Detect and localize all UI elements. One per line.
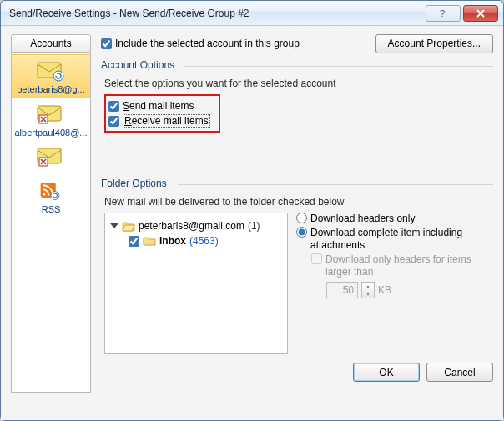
account-item-peterbaris8[interactable]: peterbaris8@g... [12,54,90,98]
receive-mail-checkbox[interactable] [108,116,119,127]
mail-refresh-icon [37,60,65,82]
checkbox-only-headers-large[interactable]: Download only headers for items larger t… [311,253,493,278]
highlight-box: Send mail items Receive mail items [104,94,220,133]
main-panel: Include the selected account in this gro… [101,34,493,382]
include-account-checkbox[interactable]: Include the selected account in this gro… [101,38,300,49]
account-item-blurred[interactable] [12,141,90,173]
size-spinner: ▲▼ KB [311,282,391,298]
tree-root-count: (1) [248,220,260,232]
account-item-albertpaul408[interactable]: albertpaul408@... [12,98,90,141]
account-label: peterbaris8@g... [17,84,85,94]
inbox-name: Inbox [159,235,186,247]
tree-root-name: peterbaris8@gmail.com [139,220,244,232]
cancel-button[interactable]: Cancel [426,363,493,382]
account-properties-button[interactable]: Account Properties... [375,34,493,53]
receive-mail-label: Receive mail items [123,114,210,128]
rss-refresh-icon [39,178,63,202]
window-title: Send/Receive Settings - New Send/Receive… [9,8,423,19]
include-label: Include the selected account in this gro… [115,38,300,49]
accounts-sidebar: Accounts peterbaris8@g... [11,34,91,393]
inbox-checkbox[interactable] [129,236,139,247]
include-account-input[interactable] [101,38,112,49]
radio-complete-input[interactable] [296,227,307,238]
send-mail-checkbox[interactable] [108,101,119,112]
size-unit: KB [378,284,391,296]
svg-point-2 [53,71,63,81]
ok-button[interactable]: OK [353,363,420,382]
tree-child-inbox[interactable]: Inbox (4563) [110,233,282,248]
mail-error-icon [37,103,65,125]
client-area: Accounts peterbaris8@g... [1,26,503,420]
only-headers-large-input[interactable] [311,253,322,264]
dialog-footer: OK Cancel [101,354,493,382]
tree-root[interactable]: peterbaris8@gmail.com (1) [110,218,282,233]
account-options-group: Account Options Select the options you w… [101,59,493,133]
mail-error-icon [37,146,65,168]
spinner-arrows[interactable]: ▲▼ [361,282,375,298]
folder-options-desc: New mail will be delivered to the folder… [104,196,493,208]
folder-icon [143,236,156,246]
account-label: RSS [42,204,61,214]
svg-point-8 [43,193,45,195]
help-button[interactable]: ? [426,5,461,22]
inbox-count: (4563) [189,235,219,247]
radio-complete[interactable]: Download complete item including attachm… [296,227,493,252]
svg-point-9 [51,192,59,200]
send-mail-label: Send mail items [123,100,194,112]
account-options-legend: Account Options [101,59,493,71]
dialog-window: Send/Receive Settings - New Send/Receive… [0,0,504,421]
size-input[interactable] [326,282,358,298]
close-button[interactable] [463,5,498,22]
folder-options-group: Folder Options New mail will be delivere… [101,178,493,354]
radio-headers-only-input[interactable] [296,213,307,223]
accounts-list: peterbaris8@g... albertpaul408@... [11,53,91,393]
folder-options-legend: Folder Options [101,178,493,189]
account-label: albertpaul408@... [14,128,87,138]
accounts-tab[interactable]: Accounts [11,34,91,53]
account-item-rss[interactable]: RSS [12,173,90,218]
expand-icon[interactable] [110,223,118,228]
download-options: Download headers only Download complete … [296,213,493,354]
folder-tree[interactable]: peterbaris8@gmail.com (1) Inbox (4563) [104,213,288,354]
radio-headers-only[interactable]: Download headers only [296,213,493,225]
titlebar[interactable]: Send/Receive Settings - New Send/Receive… [1,1,503,26]
svg-text:?: ? [440,8,445,18]
folder-open-icon [122,220,135,232]
account-options-desc: Select the options you want for the sele… [104,78,493,89]
